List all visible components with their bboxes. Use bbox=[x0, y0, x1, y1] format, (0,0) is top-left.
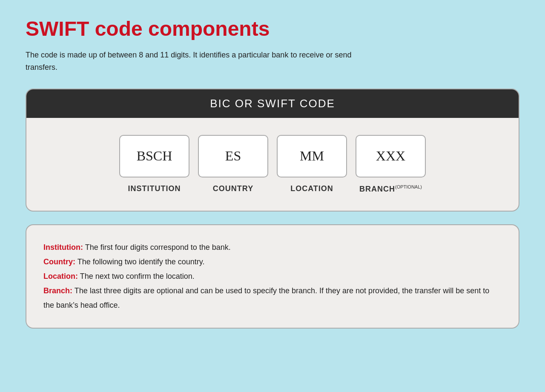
info-line-1: Country: The following two identify the … bbox=[43, 255, 502, 269]
code-label-location: LOCATION bbox=[290, 184, 333, 193]
info-label-1: Country: bbox=[43, 258, 75, 266]
code-box-location: MM bbox=[277, 135, 347, 177]
code-label-country: COUNTRY bbox=[213, 184, 253, 193]
code-box-branch: XXX bbox=[356, 135, 426, 177]
info-label-3: Branch: bbox=[43, 286, 72, 295]
code-component: XXXBRANCH(OPTIONAL) bbox=[356, 135, 426, 194]
code-component: BSCHINSTITUTION bbox=[119, 135, 189, 193]
diagram-body: BSCHINSTITUTIONESCOUNTRYMMLOCATIONXXXBRA… bbox=[26, 118, 519, 211]
diagram-header: BIC OR SWIFT CODE bbox=[26, 89, 519, 118]
code-component: ESCOUNTRY bbox=[198, 135, 268, 193]
info-label-0: Institution: bbox=[43, 243, 83, 252]
code-box-country: ES bbox=[198, 135, 268, 177]
info-line-0: Institution: The first four digits corre… bbox=[43, 240, 502, 255]
code-label-branch: BRANCH(OPTIONAL) bbox=[359, 184, 422, 194]
info-label-2: Location: bbox=[43, 272, 78, 280]
code-label-institution: INSTITUTION bbox=[128, 184, 181, 193]
page-description: The code is made up of between 8 and 11 … bbox=[26, 49, 375, 74]
page-title: SWIFT code components bbox=[26, 17, 519, 40]
diagram-card: BIC OR SWIFT CODE BSCHINSTITUTIONESCOUNT… bbox=[26, 89, 519, 212]
info-card: Institution: The first four digits corre… bbox=[26, 224, 519, 329]
info-line-3: Branch: The last three digits are option… bbox=[43, 283, 502, 312]
info-line-2: Location: The next two confirm the locat… bbox=[43, 269, 502, 283]
code-box-institution: BSCH bbox=[119, 135, 189, 177]
code-component: MMLOCATION bbox=[277, 135, 347, 193]
